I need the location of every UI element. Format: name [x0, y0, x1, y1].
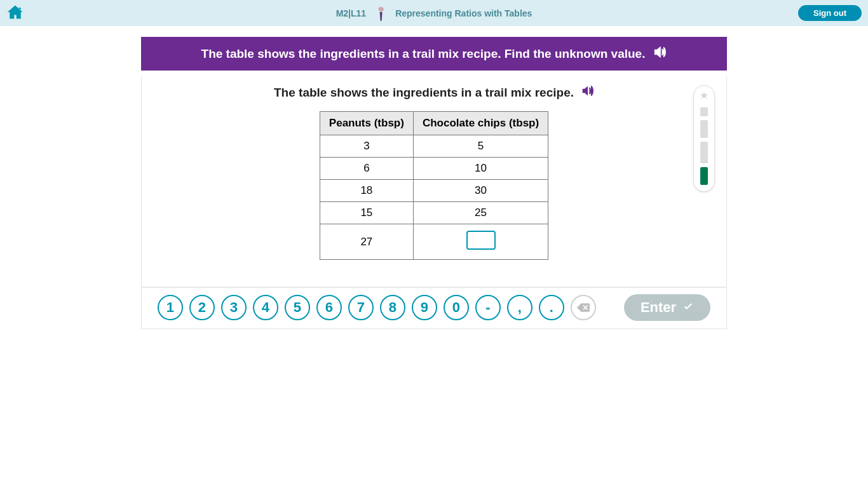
key-4[interactable]: 4 — [253, 295, 278, 320]
cell-peanuts: 6 — [320, 158, 413, 180]
speaker-icon[interactable] — [654, 46, 667, 61]
col2-header: Chocolate chips (tbsp) — [413, 112, 548, 135]
key-0[interactable]: 0 — [444, 295, 469, 320]
level-badge: M2|L11 — [336, 8, 367, 18]
cell-choc: 10 — [413, 158, 548, 180]
cell-peanuts: 15 — [320, 202, 413, 224]
cell-peanuts: 27 — [320, 224, 413, 260]
subprompt: The table shows the ingredients in a tra… — [142, 85, 726, 100]
check-icon — [682, 302, 694, 313]
home-icon[interactable] — [6, 4, 24, 23]
app-header: M2|L11 Representing Ratios with Tables S… — [0, 0, 868, 26]
key-comma[interactable]: , — [507, 295, 532, 320]
progress-widget — [693, 85, 715, 192]
key-9[interactable]: 9 — [412, 295, 437, 320]
table-row: 3 5 — [320, 135, 548, 158]
key-minus[interactable]: - — [475, 295, 501, 320]
col1-header: Peanuts (tbsp) — [320, 112, 413, 135]
key-1[interactable]: 1 — [158, 295, 183, 320]
ratio-table: Peanuts (tbsp) Chocolate chips (tbsp) 3 … — [320, 111, 548, 260]
progress-seg — [700, 142, 708, 163]
answer-input[interactable] — [466, 231, 496, 250]
cell-peanuts: 18 — [320, 180, 413, 202]
cell-peanuts: 3 — [320, 135, 413, 158]
key-backspace[interactable] — [571, 295, 596, 320]
subprompt-text: The table shows the ingredients in a tra… — [274, 86, 574, 100]
table-row: 18 30 — [320, 180, 548, 202]
torch-icon — [375, 6, 386, 21]
key-7[interactable]: 7 — [348, 295, 374, 320]
table-row: 6 10 — [320, 158, 548, 180]
key-6[interactable]: 6 — [316, 295, 342, 320]
key-8[interactable]: 8 — [380, 295, 405, 320]
key-5[interactable]: 5 — [285, 295, 310, 320]
question-panel: The table shows the ingredients in a tra… — [141, 76, 727, 287]
star-icon — [699, 91, 709, 104]
progress-seg — [700, 120, 708, 138]
key-2[interactable]: 2 — [189, 295, 215, 320]
progress-seg — [700, 107, 708, 116]
enter-button[interactable]: Enter — [624, 294, 710, 321]
key-3[interactable]: 3 — [221, 295, 247, 320]
cell-choc: 30 — [413, 180, 548, 202]
table-header-row: Peanuts (tbsp) Chocolate chips (tbsp) — [320, 112, 548, 135]
table-row: 27 — [320, 224, 548, 260]
keypad: 1 2 3 4 5 6 7 8 9 0 - , . Enter — [141, 287, 727, 329]
enter-label: Enter — [641, 299, 676, 316]
answer-cell — [413, 224, 548, 260]
instruction-text: The table shows the ingredients in a tra… — [201, 47, 646, 61]
cell-choc: 25 — [413, 202, 548, 224]
header-lesson-info: M2|L11 Representing Ratios with Tables — [336, 6, 532, 21]
speaker-icon[interactable] — [581, 85, 594, 100]
progress-seg-active — [700, 167, 708, 185]
table-row: 15 25 — [320, 202, 548, 224]
instruction-bar: The table shows the ingredients in a tra… — [141, 37, 727, 71]
main-content: The table shows the ingredients in a tra… — [141, 37, 727, 329]
lesson-title: Representing Ratios with Tables — [395, 8, 532, 18]
sign-out-button[interactable]: Sign out — [798, 5, 862, 21]
key-period[interactable]: . — [539, 295, 564, 320]
cell-choc: 5 — [413, 135, 548, 158]
